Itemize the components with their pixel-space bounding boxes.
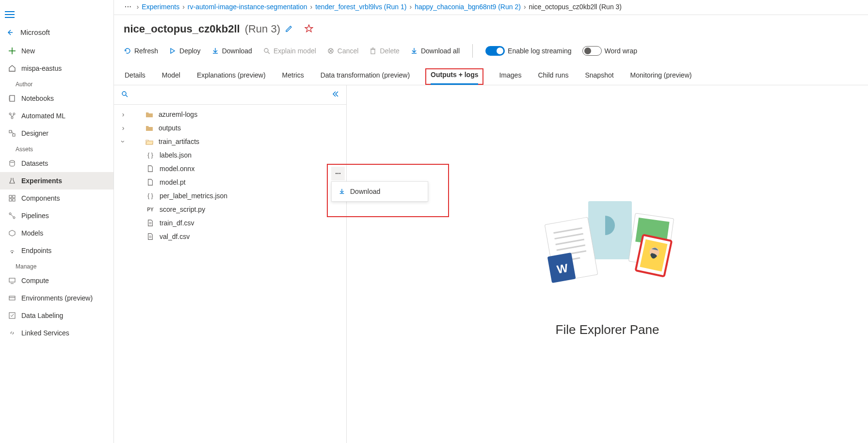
file-label: val_df.csv bbox=[160, 233, 190, 240]
explain-button: Explain model bbox=[263, 47, 316, 55]
file-label: model.pt bbox=[160, 178, 186, 186]
tab-datatrans[interactable]: Data transformation (preview) bbox=[320, 71, 411, 85]
main: ··· › Experiments › rv-automl-image-inst… bbox=[114, 0, 868, 443]
cancel-label: Cancel bbox=[338, 47, 359, 55]
tree-search-button[interactable] bbox=[121, 90, 129, 99]
tab-monitoring[interactable]: Monitoring (preview) bbox=[629, 71, 693, 85]
designer-label: Designer bbox=[21, 129, 48, 137]
linked-icon bbox=[8, 329, 16, 337]
file-icon bbox=[146, 165, 155, 172]
notebooks-label: Notebooks bbox=[21, 95, 54, 102]
tab-explanations[interactable]: Explanations (preview) bbox=[196, 71, 267, 85]
trash-icon bbox=[369, 47, 377, 55]
tree-file-train-df[interactable]: train_df.csv bbox=[114, 216, 346, 230]
delete-button: Delete bbox=[369, 47, 399, 55]
tree-collapse-button[interactable] bbox=[332, 90, 339, 99]
sidebar-item-environments[interactable]: Environments (preview) bbox=[0, 289, 113, 307]
word-wrap-toggle[interactable] bbox=[582, 46, 602, 56]
favorite-button[interactable] bbox=[305, 24, 313, 34]
file-more-button[interactable]: ··· bbox=[331, 167, 345, 180]
context-menu-wrap: ··· Download bbox=[331, 167, 345, 180]
tree-folder-azureml-logs[interactable]: › azureml-logs bbox=[114, 108, 346, 121]
sidebar-item-endpoints[interactable]: Endpoints bbox=[0, 242, 113, 259]
breadcrumb: ··· › Experiments › rv-automl-image-inst… bbox=[114, 0, 868, 15]
refresh-button[interactable]: Refresh bbox=[124, 47, 158, 55]
svg-rect-15 bbox=[13, 134, 15, 136]
sidebar-item-new[interactable]: New bbox=[0, 42, 113, 60]
designer-icon bbox=[8, 129, 16, 138]
file-label: model.onnx bbox=[160, 165, 194, 173]
tree-file-per-label-metrics[interactable]: { } per_label_metrics.json bbox=[114, 189, 346, 203]
svg-line-44 bbox=[126, 95, 128, 97]
tree-file-model-pt[interactable]: model.pt bbox=[114, 175, 346, 189]
compute-label: Compute bbox=[21, 277, 49, 285]
tab-model[interactable]: Model bbox=[161, 71, 181, 85]
tree-file-score-script[interactable]: PY score_script.py bbox=[114, 203, 346, 216]
tree-folder-train-artifacts[interactable]: › train_artifacts bbox=[114, 135, 346, 148]
sidebar-item-automl[interactable]: Automated ML bbox=[0, 107, 113, 125]
back-link[interactable]: Microsoft bbox=[0, 24, 113, 42]
breadcrumb-more[interactable]: ··· bbox=[123, 3, 134, 11]
sidebar-item-compute[interactable]: Compute bbox=[0, 272, 113, 289]
hamburger-button[interactable] bbox=[0, 5, 19, 24]
back-label: Microsoft bbox=[20, 28, 50, 36]
plus-icon bbox=[8, 47, 16, 55]
folder-label: train_artifacts bbox=[159, 138, 199, 145]
sidebar-item-components[interactable]: Components bbox=[0, 190, 113, 207]
flask-icon bbox=[8, 176, 16, 185]
tree-file-labels-json[interactable]: { } labels.json bbox=[114, 148, 346, 162]
file-label: per_label_metrics.json bbox=[160, 192, 227, 200]
tree-header bbox=[114, 85, 346, 105]
refresh-icon bbox=[124, 47, 131, 55]
tab-snapshot[interactable]: Snapshot bbox=[584, 71, 614, 85]
datasets-label: Datasets bbox=[21, 159, 48, 167]
tree-folder-outputs[interactable]: › outputs bbox=[114, 121, 346, 135]
models-icon bbox=[8, 229, 16, 237]
breadcrumb-link[interactable]: tender_forest_vrbl9lvs (Run 1) bbox=[315, 3, 406, 11]
csv-file-icon bbox=[146, 220, 155, 226]
tabs: Details Model Explanations (preview) Met… bbox=[114, 63, 868, 85]
sidebar-item-pipelines[interactable]: Pipelines bbox=[0, 207, 113, 224]
datalabeling-label: Data Labeling bbox=[21, 312, 63, 319]
svg-point-43 bbox=[122, 92, 126, 95]
breadcrumb-link[interactable]: rv-automl-image-instance-segmentation bbox=[188, 3, 307, 11]
environments-icon bbox=[8, 294, 16, 302]
svg-line-24 bbox=[11, 214, 14, 217]
tree-file-model-onnx[interactable]: model.onnx bbox=[114, 162, 346, 175]
sidebar-item-models[interactable]: Models bbox=[0, 224, 113, 242]
sidebar-item-workspace[interactable]: mispa-eastus bbox=[0, 60, 113, 77]
automl-label: Automated ML bbox=[21, 112, 65, 120]
breadcrumb-link[interactable]: Experiments bbox=[142, 3, 179, 11]
sidebar-item-designer[interactable]: Designer bbox=[0, 125, 113, 142]
tab-childruns[interactable]: Child runs bbox=[537, 71, 569, 85]
tree-file-val-df[interactable]: val_df.csv bbox=[114, 230, 346, 243]
file-explorer-illustration: W bbox=[535, 191, 680, 308]
tab-outputs-logs[interactable]: Outputs + logs bbox=[425, 68, 483, 85]
deploy-button[interactable]: Deploy bbox=[169, 47, 201, 55]
log-streaming-toggle[interactable] bbox=[485, 46, 505, 56]
download-all-button[interactable]: Download all bbox=[410, 47, 460, 55]
sidebar-item-datalabeling[interactable]: Data Labeling bbox=[0, 307, 113, 324]
tab-details[interactable]: Details bbox=[124, 71, 146, 85]
hamburger-icon bbox=[5, 11, 15, 18]
word-wrap-label: Word wrap bbox=[605, 47, 637, 55]
python-file-icon: PY bbox=[146, 207, 155, 212]
tab-images[interactable]: Images bbox=[498, 71, 522, 85]
download-icon bbox=[410, 47, 418, 55]
sidebar-item-notebooks[interactable]: Notebooks bbox=[0, 90, 113, 107]
home-icon bbox=[8, 64, 16, 73]
section-assets: Assets bbox=[0, 142, 113, 155]
breadcrumb-link[interactable]: happy_chaconia_bgn68nt9 (Run 2) bbox=[415, 3, 521, 11]
sidebar-item-linked[interactable]: Linked Services bbox=[0, 324, 113, 342]
compute-icon bbox=[8, 276, 16, 285]
svg-rect-26 bbox=[9, 278, 15, 282]
svg-rect-19 bbox=[13, 195, 15, 198]
sidebar-item-experiments[interactable]: Experiments bbox=[0, 172, 113, 190]
download-button[interactable]: Download bbox=[211, 47, 252, 55]
sidebar-item-datasets[interactable]: Datasets bbox=[0, 155, 113, 172]
file-label: train_df.csv bbox=[160, 219, 194, 227]
cancel-button: Cancel bbox=[327, 47, 359, 55]
datasets-icon bbox=[8, 159, 16, 168]
edit-title-button[interactable] bbox=[285, 25, 293, 34]
tab-metrics[interactable]: Metrics bbox=[281, 71, 305, 85]
